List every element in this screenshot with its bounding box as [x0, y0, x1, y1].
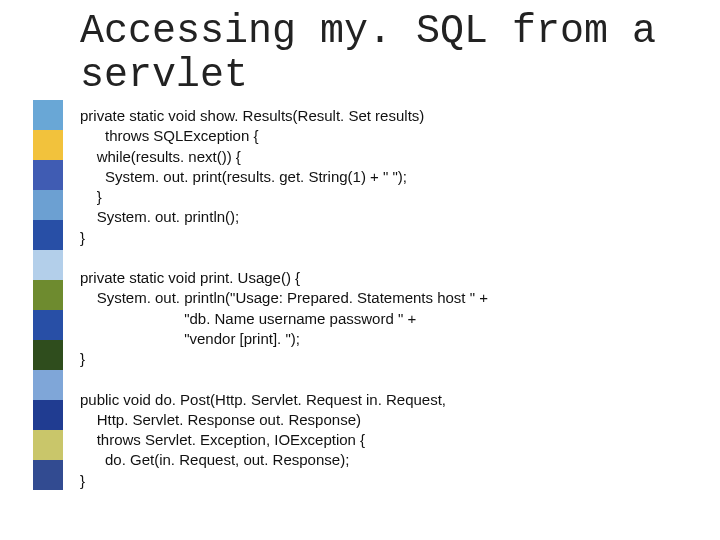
decorative-sidebar — [33, 100, 63, 490]
slide: Accessing my. SQL from a servlet private… — [0, 0, 720, 540]
sidebar-square — [33, 340, 63, 370]
sidebar-square — [33, 190, 63, 220]
sidebar-square — [33, 160, 63, 190]
sidebar-square — [33, 100, 63, 130]
sidebar-square — [33, 250, 63, 280]
sidebar-square — [33, 430, 63, 460]
sidebar-square — [33, 310, 63, 340]
sidebar-square — [33, 460, 63, 490]
sidebar-square — [33, 130, 63, 160]
sidebar-square — [33, 400, 63, 430]
sidebar-square — [33, 280, 63, 310]
slide-title: Accessing my. SQL from a servlet — [80, 10, 660, 98]
sidebar-square — [33, 370, 63, 400]
sidebar-square — [33, 220, 63, 250]
code-block: private static void show. Results(Result… — [80, 106, 640, 491]
